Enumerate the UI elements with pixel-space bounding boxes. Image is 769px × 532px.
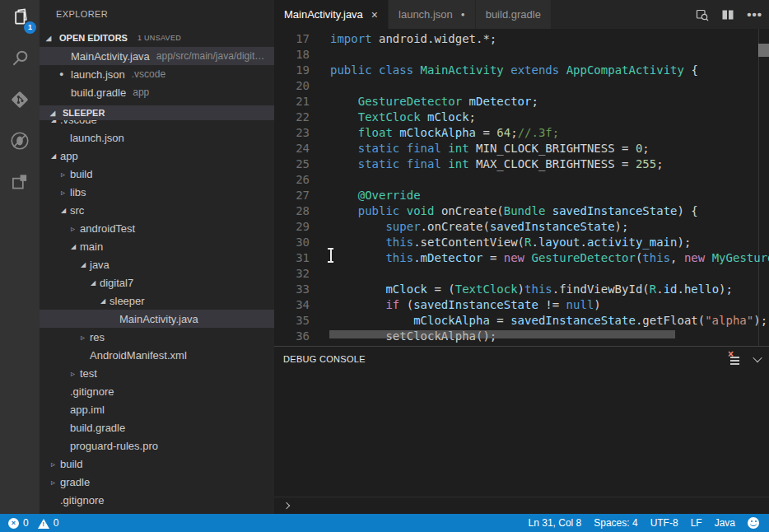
tree-item-build[interactable]: ▹build (40, 455, 274, 473)
problems-indicator[interactable]: × 0 ! 0 (0, 517, 58, 529)
search-activity-button[interactable] (8, 48, 31, 71)
tree-item-res[interactable]: ▹res (40, 328, 274, 346)
token (399, 157, 406, 170)
horizontal-scrollbar[interactable] (329, 330, 675, 338)
status-language-mode[interactable]: Java (715, 517, 735, 529)
tree-item-gradle[interactable]: ▹gradle (40, 473, 274, 491)
token: MAX_CLOCK_BRIGHTNESS = (469, 157, 636, 170)
token: { (684, 63, 698, 77)
open-editor-name: build.gradle (71, 86, 126, 99)
line-number: 18 (274, 47, 310, 63)
debug-activity-button[interactable] (8, 130, 31, 153)
token: int (448, 142, 468, 155)
tree-item-build[interactable]: ▹build (40, 165, 274, 183)
tree-item-androidmanifest-xml[interactable]: AndroidManifest.xml (40, 346, 274, 364)
tree-item-main[interactable]: ◢main (40, 237, 274, 255)
line-number: 31 (274, 250, 310, 266)
open-editor-item-build-gradle[interactable]: build.gradleapp (40, 83, 274, 101)
token: .findViewById( (552, 282, 650, 296)
code-line: 35 mClockAlpha = savedInstanceState.getF… (274, 313, 769, 329)
line-number: 24 (274, 141, 310, 156)
tree-item-app[interactable]: ◢app (40, 147, 274, 165)
token: if (385, 298, 399, 311)
open-editors-list: MainActivity.javaapp/src/main/java/digit… (40, 47, 274, 101)
token: android.widget.*; (372, 32, 497, 45)
token: ; (469, 110, 476, 124)
token (330, 189, 358, 202)
token: new (504, 251, 524, 264)
panel-header: DEBUG CONSOLE × (274, 347, 769, 371)
vertical-scrollbar-track[interactable] (758, 29, 769, 346)
tree-item-mainactivity-java[interactable]: MainActivity.java (40, 310, 274, 328)
token: ; (531, 95, 538, 108)
tree-item-src[interactable]: ◢src (40, 201, 274, 219)
open-editor-description: app (133, 86, 149, 98)
status-cursor-position[interactable]: Ln 31, Col 8 (529, 517, 582, 529)
code-line: 26 (274, 172, 769, 188)
line-number: 17 (274, 31, 310, 47)
token: ) { (677, 204, 697, 217)
tab-build-gradle[interactable]: build.gradle (476, 0, 552, 29)
token (330, 282, 385, 296)
panel-debug-console: DEBUG CONSOLE × (274, 346, 769, 514)
vertical-scrollbar-thumb[interactable] (758, 44, 769, 57)
more-actions-icon[interactable]: ••• (747, 8, 762, 21)
tree-item-build-gradle[interactable]: build.gradle (40, 418, 274, 436)
tree-item-gitignore[interactable]: .gitignore (40, 382, 274, 400)
token (559, 63, 566, 77)
status-indentation[interactable]: Spaces: 4 (594, 517, 637, 529)
line-number: 27 (274, 188, 310, 203)
code-text: mClockAlpha = savedInstanceState.getFloa… (330, 313, 767, 329)
open-editors-header[interactable]: ◢ OPEN EDITORS 1 UNSAVED (40, 29, 274, 47)
tree-item-app-iml[interactable]: app.iml (40, 400, 274, 418)
twistie-expanded-icon: ◢ (50, 110, 59, 117)
extensions-activity-button[interactable] (8, 171, 31, 194)
tree-item-libs[interactable]: ▹libs (40, 183, 274, 201)
error-icon: × (8, 518, 19, 529)
code-line: 33 mClock = (TextClock)this.findViewById… (274, 282, 769, 297)
code-editor[interactable]: 17import android.widget.*;1819public cla… (274, 29, 769, 346)
code-text: public class MainActivity extends AppCom… (330, 63, 698, 78)
token: onCreate( (434, 204, 503, 217)
token: this (385, 251, 413, 264)
tree-item-gitignore[interactable]: .gitignore (40, 491, 274, 509)
open-preview-icon[interactable] (696, 8, 709, 21)
tree-item-label: libs (70, 186, 86, 198)
token: .onCreate( (421, 220, 490, 233)
token (330, 220, 385, 233)
token: mClock (427, 110, 469, 124)
token (330, 236, 385, 249)
code-text: super.onCreate(savedInstanceState); (330, 219, 628, 235)
tree-item-sleeper[interactable]: ◢sleeper (40, 292, 274, 310)
tree-item-test[interactable]: ▹test (40, 364, 274, 382)
token: GestureDetector (531, 251, 635, 264)
tree-item-label: main (80, 240, 103, 253)
tab-launch-json[interactable]: launch.json● (389, 0, 476, 29)
split-editor-icon[interactable] (721, 8, 734, 21)
editor-actions: ••• (696, 0, 762, 29)
tree-item-androidtest[interactable]: ▹androidTest (40, 219, 274, 237)
tree-item-vscode[interactable]: ◢.vscode (40, 120, 274, 128)
close-panel-chevron-icon[interactable] (753, 353, 762, 362)
tree-item-launch-json[interactable]: launch.json (40, 128, 274, 147)
code-line: 28 public void onCreate(Bundle savedInst… (274, 203, 769, 219)
close-icon[interactable]: × (371, 9, 378, 21)
tab-mainactivity-java[interactable]: MainActivity.java× (274, 0, 389, 29)
debug-console-input[interactable] (274, 497, 769, 514)
feedback-smiley-icon[interactable] (748, 517, 759, 529)
source-control-activity-button[interactable] (8, 89, 31, 112)
tree-item-digital7[interactable]: ◢digital7 (40, 273, 274, 292)
section-header-sleeper[interactable]: ◢ SLEEPER (40, 105, 274, 120)
open-editor-item-mainactivity-java[interactable]: MainActivity.javaapp/src/main/java/digit… (40, 47, 274, 65)
tree-item-java[interactable]: ◢java (40, 255, 274, 273)
explorer-activity-button[interactable]: 1 (8, 7, 31, 30)
status-encoding[interactable]: UTF-8 (650, 517, 678, 529)
open-editor-item-launch-json[interactable]: ●launch.json.vscode (40, 65, 274, 83)
tree-item-proguard-rules-pro[interactable]: proguard-rules.pro (40, 436, 274, 455)
token: Bundle (504, 204, 546, 217)
warning-icon: ! (38, 518, 49, 529)
clear-console-icon[interactable]: × (728, 352, 741, 366)
status-eol[interactable]: LF (691, 517, 702, 529)
tree-item-label: build.gradle (70, 422, 125, 434)
token (330, 126, 358, 139)
